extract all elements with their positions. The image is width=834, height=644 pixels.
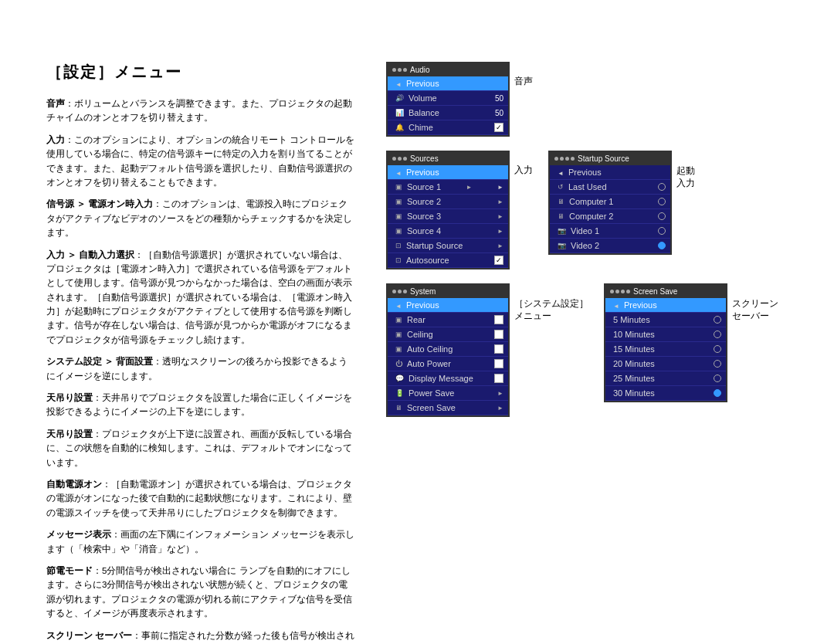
audio-chime-label: Chime xyxy=(409,123,433,132)
sources-source4-item[interactable]: ▣ Source 4 ► xyxy=(388,224,508,239)
panels-row-1: Audio Previous 🔊 Volume xyxy=(386,62,819,140)
sources-autosource-item[interactable]: ⊡ Autosource xyxy=(388,253,508,268)
rear-bold: システム設定 ＞ 背面設置 xyxy=(46,357,153,366)
system-autoceiling-label: Auto Ceiling xyxy=(407,344,453,354)
source3-icon: ▣ xyxy=(395,212,402,220)
audio-volume-value: 50 xyxy=(495,94,503,103)
startup-previous-label: Previous xyxy=(568,168,602,177)
screensave-side-label: スクリーン セーバー xyxy=(732,297,778,322)
startup-lastused-label: Last Used xyxy=(568,182,607,192)
sources-source2-label: Source 2 xyxy=(407,197,441,206)
system-rear-item[interactable]: ▣ Rear xyxy=(388,313,508,327)
screensave-25min-item[interactable]: 25 Minutes xyxy=(605,371,726,386)
lastused-icon: ↺ xyxy=(558,183,564,191)
system-autoceiling-item[interactable]: ▣ Auto Ceiling xyxy=(388,342,508,357)
system-dots xyxy=(392,290,407,293)
auto-ceiling-bold: 天吊り設置 xyxy=(46,429,93,439)
audio-balance-value: 50 xyxy=(495,109,503,117)
system-previous-arrow xyxy=(395,300,402,310)
ceiling-icon: ▣ xyxy=(395,330,402,338)
audio-chime-checkbox xyxy=(494,123,503,132)
powersave-bold: 節電モード xyxy=(46,566,93,575)
sources-source4-label: Source 4 xyxy=(407,226,441,236)
audio-balance-item[interactable]: 📊 Balance 50 xyxy=(388,106,508,120)
system-ceiling-item[interactable]: ▣ Ceiling xyxy=(388,327,508,342)
computer1-icon: 🖥 xyxy=(558,198,564,205)
video1-radio xyxy=(658,227,666,235)
system-displaymsg-label: Display Message xyxy=(409,374,473,383)
startup-lastused-item[interactable]: ↺ Last Used xyxy=(550,180,670,195)
sources-source3-item[interactable]: ▣ Source 3 ► xyxy=(388,209,508,224)
sources-panel-title: Sources xyxy=(388,152,508,165)
audio-panel-group: Audio Previous 🔊 Volume xyxy=(386,62,533,140)
auto-input-text: 入力 ＞ 自動入力選択：［自動信号源選択］が選択されていない場合は、プロジェクタ… xyxy=(46,248,355,347)
audio-volume-label: Volume xyxy=(409,93,437,103)
sources-panel: Sources Previous ▣ Source 1 ► xyxy=(386,151,510,269)
audio-previous-label: Previous xyxy=(406,79,439,88)
screensave-30min-label: 30 Minutes xyxy=(613,388,655,398)
sources-startup-item[interactable]: ⊡ Startup Source ► xyxy=(388,239,508,253)
page-title: ［設定］メニュー xyxy=(46,62,355,83)
screensave-5min-item[interactable]: 5 Minutes xyxy=(605,313,726,327)
rear-icon: ▣ xyxy=(395,316,402,324)
screensave-15min-item[interactable]: 15 Minutes xyxy=(605,342,726,357)
system-panel: System Previous ▣ Rear xyxy=(386,283,510,417)
lastused-radio xyxy=(658,183,666,191)
startup-video1-label: Video 1 xyxy=(571,226,599,236)
audio-balance-label: Balance xyxy=(409,108,439,117)
video2-radio xyxy=(658,242,666,249)
screensave-5min-label: 5 Minutes xyxy=(613,315,650,324)
computer2-radio xyxy=(658,212,666,220)
sources-previous-item[interactable]: Previous xyxy=(388,165,508,180)
startup-source-title: Startup Source xyxy=(550,152,670,165)
system-panel-group: System Previous ▣ Rear xyxy=(386,283,588,420)
startup-previous-item[interactable]: Previous xyxy=(550,165,670,180)
sources-source3-label: Source 3 xyxy=(407,212,441,221)
sources-side-label: 入力 xyxy=(514,164,533,176)
autoceiling-checkbox xyxy=(494,344,503,354)
screensave-text: スクリーン セーバー：事前に指定された分数が経った後も信号が検出されなかった場合… xyxy=(46,629,355,645)
auto-input-bold: 入力 ＞ 自動入力選択 xyxy=(46,250,134,259)
audio-panel: Audio Previous 🔊 Volume xyxy=(386,62,510,137)
system-powersave-item[interactable]: 🔋 Power Save ► xyxy=(388,386,508,401)
autopower-checkbox xyxy=(494,359,503,368)
auto-power-bold: 自動電源オン xyxy=(46,480,102,489)
system-displaymsg-item[interactable]: 💬 Display Message xyxy=(388,371,508,386)
startup-video1-item[interactable]: 📷 Video 1 xyxy=(550,224,670,239)
audio-volume-item[interactable]: 🔊 Volume 50 xyxy=(388,91,508,106)
system-powersave-label: Power Save xyxy=(409,388,454,398)
startup-video2-label: Video 2 xyxy=(571,241,599,250)
sources-source1-item[interactable]: ▣ Source 1 ► xyxy=(388,180,508,195)
displaymsg-icon: 💬 xyxy=(395,375,404,382)
startup-dots xyxy=(554,157,575,161)
screensave-20min-item[interactable]: 20 Minutes xyxy=(605,357,726,371)
20min-radio xyxy=(714,360,721,368)
audio-text: 音声：ボリュームとバランスを調整できます。また、プロジェクタの起動チャイムのオン… xyxy=(46,97,355,125)
screensave-10min-item[interactable]: 10 Minutes xyxy=(605,327,726,342)
system-autopower-item[interactable]: ⏻ Auto Power xyxy=(388,357,508,371)
audio-previous-item[interactable]: Previous xyxy=(388,76,508,91)
screensave-previous-item[interactable]: Previous xyxy=(605,298,726,313)
system-screensave-item[interactable]: 🖥 Screen Save ► xyxy=(388,401,508,415)
startup-computer1-label: Computer 1 xyxy=(569,197,613,206)
startup-video2-item[interactable]: 📷 Video 2 xyxy=(550,239,670,253)
audio-panel-label: Audio xyxy=(410,66,430,74)
startup-icon: ⊡ xyxy=(395,242,402,249)
screensave-15min-label: 15 Minutes xyxy=(613,344,655,354)
system-previous-item[interactable]: Previous xyxy=(388,298,508,313)
computer2-icon: 🖥 xyxy=(558,212,564,220)
powersave-icon: 🔋 xyxy=(395,389,404,397)
10min-radio xyxy=(714,330,721,338)
startup-computer1-item[interactable]: 🖥 Computer 1 xyxy=(550,195,670,209)
panels-row-2: Sources Previous ▣ Source 1 ► xyxy=(386,151,819,273)
startup-source-panel-group: Startup Source Previous ↺ Last Used xyxy=(548,151,695,258)
screensave-30min-item[interactable]: 30 Minutes xyxy=(605,386,726,401)
ceiling-bold: 天吊り設置 xyxy=(46,393,93,402)
startup-computer2-item[interactable]: 🖥 Computer 2 xyxy=(550,209,670,224)
5min-radio xyxy=(714,316,721,324)
sources-source2-item[interactable]: ▣ Source 2 ► xyxy=(388,195,508,209)
audio-side-label: 音声 xyxy=(514,76,533,87)
audio-chime-item[interactable]: 🔔 Chime xyxy=(388,120,508,135)
source1-icon: ▣ xyxy=(395,183,402,191)
sources-panel-group: Sources Previous ▣ Source 1 ► xyxy=(386,151,533,273)
